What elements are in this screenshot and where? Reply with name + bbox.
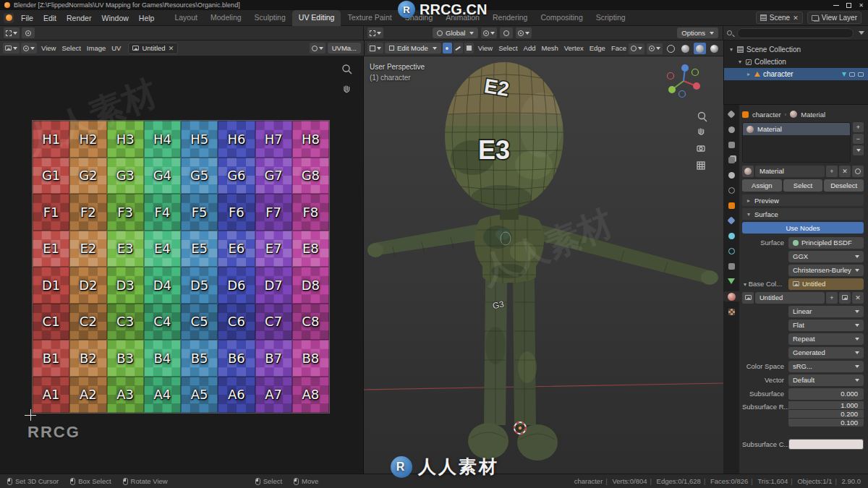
zoom-icon[interactable] xyxy=(699,113,707,122)
browse-material-dropdown[interactable] xyxy=(742,166,754,177)
tab-object[interactable] xyxy=(723,200,739,210)
viewport-menu-item[interactable]: Add xyxy=(521,44,539,52)
collection-checkbox[interactable]: ✓ xyxy=(746,59,752,65)
viewport-3d-canvas[interactable]: E2 E3 G3 xyxy=(364,56,723,474)
outliner-item-scene-collection[interactable]: ▾ Scene Collection xyxy=(724,43,868,56)
workspace-tab[interactable]: Layout xyxy=(168,10,204,26)
pivot-dropdown[interactable] xyxy=(481,27,497,38)
proportional-edit-dropdown[interactable] xyxy=(516,27,532,38)
unlink-image-button[interactable]: ✕ xyxy=(852,292,864,304)
subsurface-color-swatch[interactable] xyxy=(788,439,864,450)
action-button[interactable]: Select xyxy=(783,179,823,192)
orientation-dropdown[interactable]: Global xyxy=(433,27,478,38)
shading-material-preview[interactable] xyxy=(694,43,706,54)
tab-constraints[interactable] xyxy=(723,261,739,271)
gizmo-y-axis[interactable] xyxy=(668,86,676,93)
filter-icon[interactable] xyxy=(859,31,864,35)
tab-object-data[interactable] xyxy=(723,276,739,286)
expand-icon[interactable]: ▸ xyxy=(746,71,752,77)
tab-texture[interactable] xyxy=(723,307,739,317)
extension-dropdown[interactable]: Repeat xyxy=(788,333,864,345)
action-button[interactable]: Assign xyxy=(742,179,782,192)
tab-render[interactable] xyxy=(723,124,739,134)
blender-menu-button[interactable] xyxy=(4,13,14,23)
uv-tweak-tool-button[interactable] xyxy=(22,27,35,38)
add-slot-button[interactable]: + xyxy=(853,122,864,132)
overlays-dropdown[interactable] xyxy=(647,43,663,54)
scene-selector[interactable]: Scene ✕ xyxy=(756,12,803,24)
tab-modifiers[interactable] xyxy=(723,215,739,226)
projection-dropdown[interactable]: Flat xyxy=(788,320,864,331)
snap-toggle[interactable] xyxy=(500,27,513,38)
tab-particles[interactable] xyxy=(723,231,739,241)
workspace-tab[interactable]: Rendering xyxy=(486,10,534,26)
edge-select-mode[interactable] xyxy=(454,43,463,53)
viewport-menu-item[interactable]: Select xyxy=(495,44,520,52)
uv-snap-dropdown[interactable] xyxy=(310,43,326,53)
uvmap-selector[interactable]: UVMa... xyxy=(328,43,361,53)
workspace-tab[interactable]: Scripting xyxy=(590,10,632,26)
shading-solid[interactable] xyxy=(679,43,692,54)
ortho-toggle-icon[interactable] xyxy=(697,162,705,169)
character-model[interactable]: E2 E3 G3 xyxy=(367,56,718,461)
open-image-button[interactable] xyxy=(839,292,851,304)
minimize-button[interactable] xyxy=(833,5,839,6)
uv-menu-item[interactable]: Image xyxy=(84,44,109,52)
show-gizmo-dropdown[interactable] xyxy=(629,43,644,54)
hide-viewport-icon[interactable] xyxy=(849,72,855,77)
workspace-tab[interactable]: Sculpting xyxy=(248,10,292,26)
material-slot-row[interactable]: Material xyxy=(743,123,850,135)
tab-view-layer[interactable] xyxy=(723,155,739,165)
face-select-mode[interactable] xyxy=(464,43,474,53)
options-dropdown[interactable]: Options xyxy=(677,27,718,38)
use-nodes-button[interactable]: Use Nodes xyxy=(742,222,864,234)
distribution-dropdown[interactable]: GGX xyxy=(788,251,864,262)
close-button[interactable]: ✕ xyxy=(859,2,864,9)
pan-hand-icon[interactable] xyxy=(341,84,353,95)
uv-pivot-dropdown[interactable] xyxy=(21,43,37,53)
image-unlink-icon[interactable]: ✕ xyxy=(169,45,174,52)
radius-value-field[interactable]: 0.200 xyxy=(788,410,864,418)
tab-tool[interactable] xyxy=(723,109,739,119)
uv-image-selector[interactable]: Untitled ✕ xyxy=(128,43,178,54)
viewport-menu-item[interactable]: View xyxy=(475,44,495,52)
interpolation-dropdown[interactable]: Linear xyxy=(788,306,864,317)
uv-editor-type-dropdown[interactable] xyxy=(3,43,20,53)
uv-editor-canvas[interactable]: H1H2H3H4H5H6H7H8G1G2G3G4G5G6G7G8F1F2F3F4… xyxy=(0,56,364,474)
viewport-menu-item[interactable]: Vertex xyxy=(561,44,587,52)
menu-item[interactable]: File xyxy=(16,10,38,26)
mode-dropdown[interactable]: Edit Mode xyxy=(385,43,441,53)
shading-wireframe[interactable] xyxy=(665,43,677,54)
navigation-gizmo[interactable] xyxy=(668,64,701,98)
outliner-item-character[interactable]: ▸ character xyxy=(724,68,868,80)
viewport-editor-type-dropdown[interactable] xyxy=(367,43,383,53)
tab-output[interactable] xyxy=(723,140,739,150)
workspace-tab[interactable]: Animation xyxy=(439,10,486,26)
new-material-button[interactable]: + xyxy=(826,166,838,177)
base-color-label[interactable]: ▾ Base Col... xyxy=(742,280,788,288)
panel-preview[interactable]: ▸Preview xyxy=(742,194,864,206)
breadcrumb-object[interactable]: character xyxy=(752,111,781,119)
gizmo-x-axis[interactable] xyxy=(693,82,700,90)
uv-menu-item[interactable]: Select xyxy=(59,44,83,52)
menu-item[interactable]: Edit xyxy=(38,10,61,26)
material-slot-list[interactable]: Material xyxy=(742,122,851,163)
subsurface-value-field[interactable]: 0.000 xyxy=(788,388,864,400)
expand-icon[interactable]: ▾ xyxy=(728,46,734,53)
material-name-field[interactable]: Material xyxy=(755,166,825,177)
sss-method-dropdown[interactable]: Christensen-Burley xyxy=(788,265,864,276)
menu-item[interactable]: Window xyxy=(96,10,133,26)
tab-world[interactable] xyxy=(723,185,739,195)
vertex-select-mode[interactable] xyxy=(443,43,452,53)
menu-item[interactable]: Render xyxy=(61,10,96,26)
pan-hand-icon[interactable] xyxy=(699,129,704,134)
radius-value-field[interactable]: 0.100 xyxy=(788,419,864,427)
workspace-tab[interactable]: Modeling xyxy=(204,10,248,26)
fake-user-button[interactable] xyxy=(852,166,864,177)
outliner-search-input[interactable] xyxy=(737,28,854,38)
scene-unlink-icon[interactable]: ✕ xyxy=(793,14,799,22)
maximize-button[interactable] xyxy=(846,3,851,8)
base-color-input[interactable]: Untitled xyxy=(788,278,864,290)
tab-scene[interactable] xyxy=(723,170,739,180)
tab-material[interactable] xyxy=(723,291,739,301)
